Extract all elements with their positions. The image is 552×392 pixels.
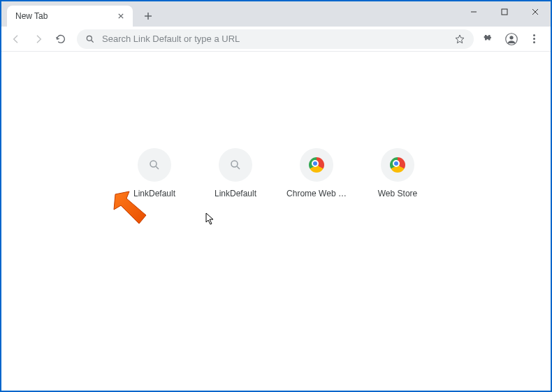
annotation-arrow-icon (110, 189, 152, 227)
profile-button[interactable] (502, 29, 521, 49)
search-icon (85, 34, 95, 44)
svg-point-4 (150, 161, 157, 167)
browser-tab[interactable]: New Tab (7, 6, 133, 27)
minimize-button[interactable] (458, 1, 489, 22)
new-tab-button[interactable] (138, 6, 158, 26)
star-icon (454, 34, 465, 45)
arrow-right-icon (33, 34, 44, 45)
forward-button[interactable] (28, 29, 49, 50)
person-icon (505, 33, 518, 45)
search-icon (148, 159, 161, 171)
shortcut-icon-circle (300, 148, 333, 182)
shortcut-label: Web Store (367, 189, 428, 198)
bookmark-button[interactable] (454, 34, 465, 45)
minimize-icon (470, 8, 477, 15)
arrow-left-icon (10, 34, 22, 45)
svg-point-3 (509, 36, 513, 39)
toolbar: Search Link Default or type a URL (1, 27, 551, 52)
svg-rect-0 (502, 9, 507, 15)
extensions-button[interactable] (479, 29, 499, 49)
titlebar: New Tab (1, 1, 551, 27)
tab-title: New Tab (15, 11, 112, 21)
cursor-icon (205, 212, 215, 225)
close-window-button[interactable] (520, 1, 551, 22)
shortcut-label: LinkDefault (205, 189, 266, 198)
menu-button[interactable] (524, 29, 544, 49)
shortcut-label: Chrome Web … (286, 189, 347, 198)
address-bar[interactable]: Search Link Default or type a URL (77, 29, 474, 49)
shortcut-icon-circle (219, 148, 252, 182)
shortcut-tile[interactable]: LinkDefault (205, 148, 266, 198)
toolbar-right (479, 29, 546, 49)
reload-button[interactable] (50, 29, 71, 50)
kebab-icon (533, 34, 535, 43)
search-icon (229, 159, 242, 171)
puzzle-icon (483, 33, 495, 45)
plus-icon (144, 12, 152, 20)
shortcut-tile[interactable]: Web Store (367, 148, 428, 198)
address-bar-placeholder: Search Link Default or type a URL (102, 34, 454, 44)
shortcut-tile[interactable]: Chrome Web … (286, 148, 347, 198)
svg-point-1 (87, 36, 92, 41)
window-controls (458, 1, 551, 22)
reload-icon (55, 34, 66, 45)
shortcut-icon-circle (381, 148, 414, 182)
new-tab-page: LinkDefault LinkDefault Chrome Web … Web… (1, 148, 551, 392)
tab-close-button[interactable] (116, 11, 126, 21)
close-icon (118, 13, 124, 19)
svg-point-5 (231, 161, 238, 167)
close-icon (532, 8, 539, 15)
back-button[interactable] (6, 29, 27, 50)
maximize-icon (501, 8, 508, 15)
maximize-button[interactable] (489, 1, 520, 22)
chrome-icon (390, 157, 405, 173)
chrome-icon (309, 157, 324, 173)
shortcut-icon-circle (138, 148, 171, 182)
shortcuts-row: LinkDefault LinkDefault Chrome Web … Web… (1, 148, 551, 198)
